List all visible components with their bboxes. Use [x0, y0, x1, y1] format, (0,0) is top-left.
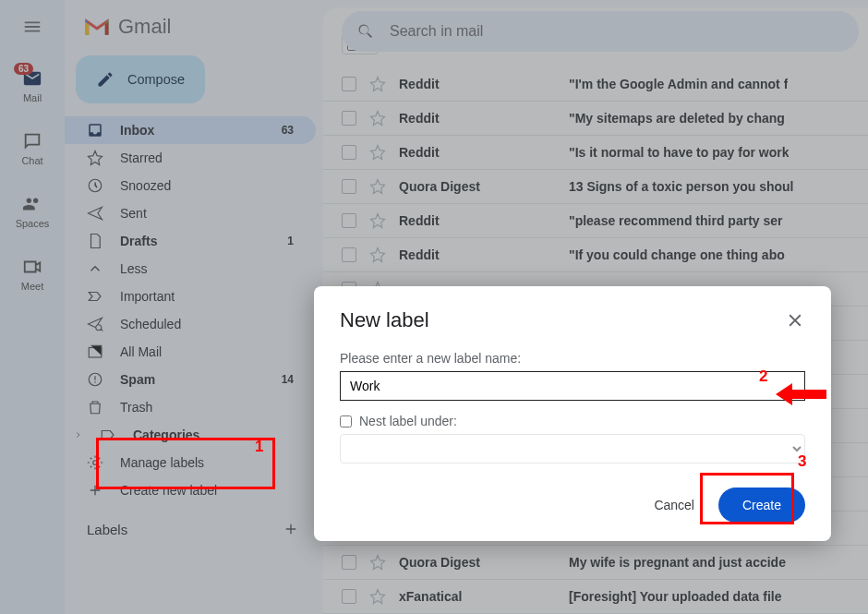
- annotation-box-1: [96, 438, 275, 489]
- annotation-arrow: [776, 380, 831, 408]
- annotation-box-3: [700, 473, 794, 524]
- annotation-number-2: 2: [759, 367, 767, 386]
- label-name-prompt: Please enter a new label name:: [340, 351, 805, 366]
- dialog-title: New label: [340, 308, 429, 332]
- annotation-number-1: 1: [255, 438, 263, 456]
- label-name-input[interactable]: [340, 371, 805, 401]
- close-icon[interactable]: [785, 310, 805, 331]
- nest-label-text: Nest label under:: [359, 414, 457, 428]
- nest-checkbox[interactable]: [340, 415, 352, 427]
- nest-parent-select[interactable]: [340, 434, 805, 464]
- annotation-number-3: 3: [798, 452, 806, 471]
- cancel-button[interactable]: Cancel: [639, 488, 709, 522]
